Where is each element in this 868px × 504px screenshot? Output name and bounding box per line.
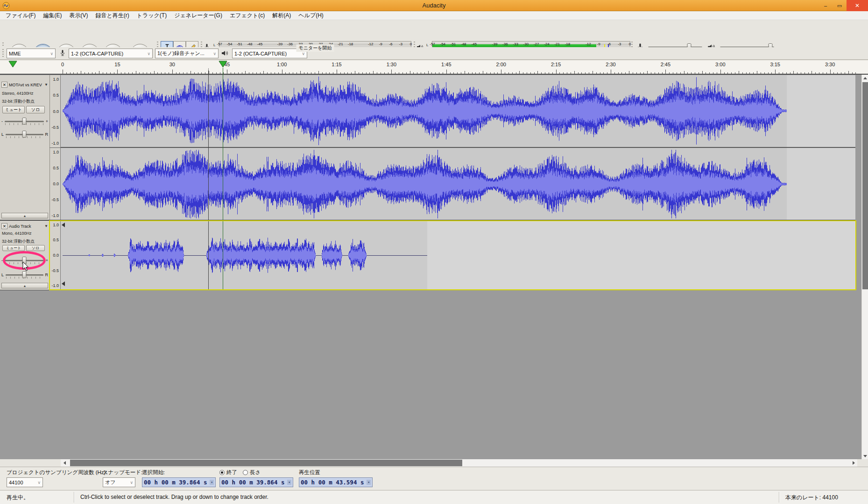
playhead-triangle[interactable] bbox=[219, 61, 227, 68]
ruler-tick bbox=[103, 72, 103, 74]
gain-slider[interactable] bbox=[4, 256, 45, 265]
ruler-tick bbox=[326, 72, 326, 74]
horizontal-scrollbar-thumb[interactable] bbox=[70, 460, 462, 466]
ruler-tick bbox=[242, 72, 242, 74]
ruler-tick bbox=[687, 72, 688, 74]
amplitude-label: 0.5 bbox=[53, 166, 59, 170]
snap-mode-dropdown[interactable]: オフ∨ bbox=[103, 477, 135, 487]
scroll-down-button[interactable] bbox=[862, 453, 868, 459]
solo-button[interactable]: ソロ bbox=[26, 245, 45, 251]
ruler-tick bbox=[804, 72, 805, 74]
menu-item[interactable]: トラック(T) bbox=[133, 11, 170, 20]
pan-left-label: L bbox=[1, 273, 4, 277]
field-arrow-icon[interactable]: ▾ bbox=[367, 480, 371, 485]
selection-end-field[interactable]: 00 h 00 m 39.864 s ▾ bbox=[219, 477, 293, 487]
menu-item[interactable]: 編集(E) bbox=[39, 11, 65, 20]
ruler-tick bbox=[172, 70, 173, 74]
vertical-scrollbar[interactable] bbox=[861, 75, 868, 459]
menu-item[interactable]: 録音と再生(r) bbox=[92, 11, 133, 20]
field-arrow-icon[interactable]: ▾ bbox=[210, 480, 214, 485]
project-rate-dropdown[interactable]: 44100∨ bbox=[7, 477, 43, 487]
track-collapse-button[interactable]: ▲ bbox=[1, 213, 48, 218]
field-arrow-icon[interactable]: ▾ bbox=[287, 480, 291, 485]
track-collapse-button[interactable]: ▲ bbox=[1, 283, 48, 288]
meter-scale-label: -48 bbox=[461, 42, 466, 46]
vertical-ruler-ch1[interactable]: 1.00.50.0-0.5-1.0 bbox=[50, 75, 61, 147]
solo-button[interactable]: ソロ bbox=[26, 106, 45, 113]
amplitude-label: -0.5 bbox=[51, 125, 59, 130]
pin-play-triangle[interactable] bbox=[8, 61, 17, 68]
minimize-button[interactable]: – bbox=[819, 0, 833, 11]
pan-slider[interactable] bbox=[5, 271, 44, 279]
scroll-up-button[interactable] bbox=[862, 75, 868, 81]
ruler-tick bbox=[465, 71, 465, 74]
track-name[interactable]: MOTAvt vs KREV bbox=[9, 83, 43, 87]
menu-item[interactable]: ファイル(F) bbox=[2, 11, 39, 20]
gain-slider-thumb[interactable] bbox=[22, 257, 26, 264]
menu-item[interactable]: ジェネレーター(G) bbox=[170, 11, 226, 20]
horizontal-scrollbar[interactable] bbox=[61, 459, 857, 467]
ruler-tick bbox=[727, 72, 728, 74]
ruler-tick bbox=[768, 72, 769, 74]
length-radio[interactable] bbox=[243, 470, 248, 475]
chevron-down-icon: ∨ bbox=[213, 51, 216, 56]
ruler-tick bbox=[388, 72, 388, 74]
ruler-tick bbox=[191, 71, 191, 74]
menu-item[interactable]: ヘルプ(H) bbox=[295, 11, 327, 20]
gain-slider-thumb[interactable] bbox=[22, 118, 26, 125]
ruler-tick bbox=[439, 72, 439, 74]
pan-slider[interactable] bbox=[5, 130, 44, 139]
track-close-button[interactable]: ✕ bbox=[1, 223, 7, 229]
ruler-tick bbox=[421, 72, 421, 74]
vertical-ruler-mono[interactable]: 1.00.50.0-0.5-1.0 bbox=[50, 221, 61, 290]
ruler-tick bbox=[479, 72, 480, 74]
track-menu-arrow-icon[interactable]: ▼ bbox=[44, 224, 48, 228]
audio-host-dropdown[interactable]: MME∨ bbox=[7, 49, 56, 58]
ruler-tick bbox=[410, 71, 410, 74]
ruler-tick bbox=[819, 72, 819, 74]
meter-scale-label: -54 bbox=[440, 42, 445, 46]
play-position-field[interactable]: 00 h 00 m 43.594 s ▾ bbox=[299, 477, 373, 487]
ruler-tick bbox=[443, 72, 443, 74]
track-menu-arrow-icon[interactable]: ▼ bbox=[44, 83, 48, 87]
pan-slider-thumb[interactable] bbox=[22, 271, 27, 278]
monitor-start-label[interactable]: モニターを開始 bbox=[296, 44, 334, 52]
chevron-down-icon: ∨ bbox=[147, 51, 150, 56]
selection-end-value[interactable]: 00 h 00 m 39.864 s bbox=[221, 479, 284, 486]
menu-item[interactable]: 表示(V) bbox=[65, 11, 92, 20]
ruler-tick bbox=[815, 72, 816, 74]
ruler-tick bbox=[559, 72, 560, 74]
ruler-tick bbox=[563, 72, 564, 74]
mute-button[interactable]: ミュート bbox=[2, 245, 25, 251]
scroll-right-button[interactable] bbox=[850, 459, 857, 467]
close-button[interactable]: ✕ bbox=[847, 0, 868, 11]
vertical-scrollbar-thumb[interactable] bbox=[862, 82, 868, 289]
ruler-tick bbox=[81, 71, 81, 74]
play-position-label: 再生位置 bbox=[299, 469, 320, 476]
menu-item[interactable]: 解析(A) bbox=[268, 11, 295, 20]
selection-start-value[interactable]: 00 h 00 m 39.864 s bbox=[144, 479, 207, 486]
ruler-tick bbox=[523, 72, 523, 74]
mono-track-waveform[interactable] bbox=[61, 221, 855, 290]
recording-device-dropdown[interactable]: 1-2 (OCTA-CAPTURE)∨ bbox=[69, 49, 153, 58]
track-name[interactable]: Audio Track bbox=[9, 224, 43, 229]
ruler-tick bbox=[183, 72, 183, 74]
ruler-tick bbox=[220, 72, 220, 74]
ruler-tick bbox=[428, 71, 429, 74]
ruler-time-label: 2:30 bbox=[606, 62, 615, 67]
end-radio[interactable] bbox=[219, 470, 225, 475]
ruler-tick bbox=[611, 70, 611, 74]
track-close-button[interactable]: ✕ bbox=[1, 82, 7, 88]
selection-start-field[interactable]: 00 h 00 m 39.864 s ▾ bbox=[142, 477, 216, 487]
vertical-ruler-ch2[interactable]: 1.00.50.0-0.5-1.0 bbox=[50, 148, 61, 220]
mute-button[interactable]: ミュート bbox=[2, 106, 25, 113]
maximize-button[interactable]: ▭ bbox=[833, 0, 847, 11]
play-position-value[interactable]: 00 h 00 m 43.594 s bbox=[301, 479, 364, 486]
scroll-left-button[interactable] bbox=[61, 459, 68, 467]
gain-slider[interactable] bbox=[4, 117, 45, 126]
timeline-ruler[interactable]: 01530451:001:151:301:452:002:152:302:453… bbox=[0, 60, 868, 75]
recording-channels-dropdown[interactable]: 1(モノ)録音チャン...∨ bbox=[155, 49, 219, 58]
menu-item[interactable]: エフェクト(c) bbox=[226, 11, 268, 20]
pan-slider-thumb[interactable] bbox=[22, 131, 27, 138]
ruler-tick bbox=[179, 72, 180, 74]
